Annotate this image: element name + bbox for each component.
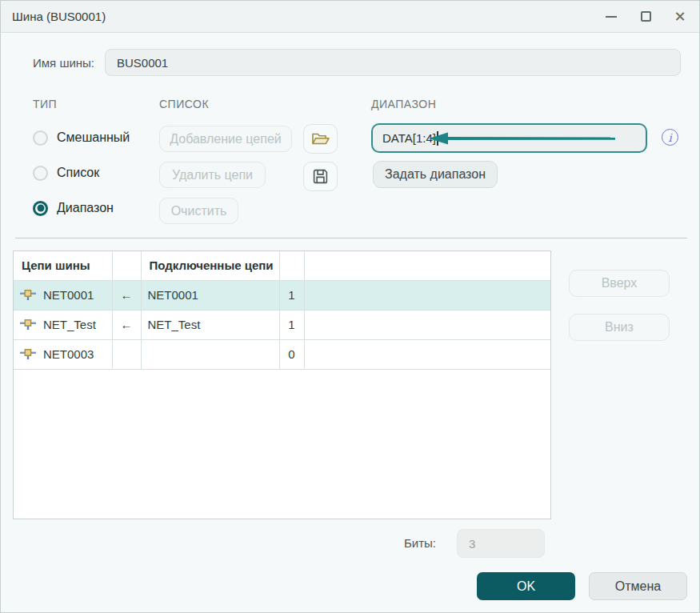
ok-button[interactable]: OK [477, 572, 575, 600]
table-row[interactable]: NET0001 ← NET0001 1 [14, 280, 550, 310]
radio-option-mixed[interactable]: Смешанный [33, 130, 130, 146]
add-nets-button[interactable]: Добавление цепей [159, 126, 292, 152]
bus-name-input[interactable] [105, 49, 681, 76]
bus-dialog: Шина (BUS0001) ✕ Имя шины: ТИП СПИСОК ДИ… [0, 0, 700, 613]
maximize-button[interactable] [639, 10, 652, 23]
type-section-label: ТИП [33, 98, 57, 110]
net-count: 0 [279, 339, 304, 369]
close-button[interactable]: ✕ [674, 10, 686, 23]
set-range-button[interactable]: Задать диапазон [373, 161, 498, 188]
close-icon: ✕ [674, 10, 686, 24]
net-icon [20, 319, 36, 331]
bus-net-name: NET0001 [43, 288, 94, 302]
radio-list-label: Список [57, 166, 99, 180]
bits-label: Биты: [404, 536, 436, 550]
col-connected-nets: Подключенные цепи [141, 251, 279, 280]
window-title: Шина (BUS0001) [12, 10, 605, 23]
col-arrow [112, 251, 141, 280]
connected-net-name [141, 339, 279, 369]
cancel-button[interactable]: Отмена [589, 572, 687, 600]
net-count: 1 [279, 310, 304, 339]
clear-button[interactable]: Очистить [159, 198, 238, 224]
radio-range-label: Диапазон [57, 201, 114, 215]
radio-mixed-label: Смешанный [57, 130, 130, 145]
bus-name-label: Имя шины: [33, 56, 94, 70]
net-icon [20, 289, 36, 302]
table-header-row: Цепи шины Подключенные цепи [14, 251, 550, 280]
title-bar: Шина (BUS0001) ✕ [1, 1, 699, 33]
table-row[interactable]: NET0003 0 [14, 339, 550, 369]
nets-table: Цепи шины Подключенные цепи NET0001 ← NE… [13, 250, 551, 519]
connected-net-name: NET_Test [141, 310, 279, 339]
link-arrow [112, 339, 141, 369]
range-section-label: ДИАПАЗОН [371, 98, 436, 110]
table-row[interactable]: NET_Test ← NET_Test 1 [14, 310, 550, 339]
col-bus-nets: Цепи шины [14, 251, 112, 280]
range-input[interactable]: DATA[1:4] [371, 123, 647, 153]
info-icon[interactable]: i [662, 129, 678, 146]
radio-option-range[interactable]: Диапазон [33, 200, 114, 216]
connected-net-name: NET0001 [141, 280, 279, 310]
open-file-button[interactable] [303, 124, 338, 154]
bus-net-name: NET0003 [43, 347, 94, 361]
minimize-button[interactable] [605, 10, 618, 23]
save-icon [312, 168, 329, 185]
maximize-icon [641, 11, 651, 22]
link-arrow: ← [112, 280, 141, 310]
text-caret [437, 131, 438, 146]
radio-mixed [33, 130, 48, 146]
radio-range [33, 201, 48, 216]
move-up-button[interactable]: Вверх [569, 270, 670, 297]
bus-net-name: NET_Test [43, 318, 96, 331]
bits-input[interactable] [457, 529, 545, 558]
radio-option-list[interactable]: Список [33, 165, 99, 181]
radio-list [33, 166, 48, 181]
col-spacer [304, 251, 550, 280]
open-folder-icon [311, 131, 330, 147]
range-input-value: DATA[1:4] [382, 131, 436, 145]
link-arrow: ← [112, 310, 141, 339]
col-count [279, 251, 304, 280]
net-icon [20, 348, 36, 361]
section-divider [15, 238, 687, 238]
minimize-icon [606, 16, 617, 18]
net-count: 1 [279, 280, 304, 310]
save-file-button[interactable] [303, 162, 338, 191]
list-section-label: СПИСОК [159, 98, 209, 110]
remove-nets-button[interactable]: Удалить цепи [159, 162, 266, 188]
move-down-button[interactable]: Вниз [569, 314, 670, 341]
